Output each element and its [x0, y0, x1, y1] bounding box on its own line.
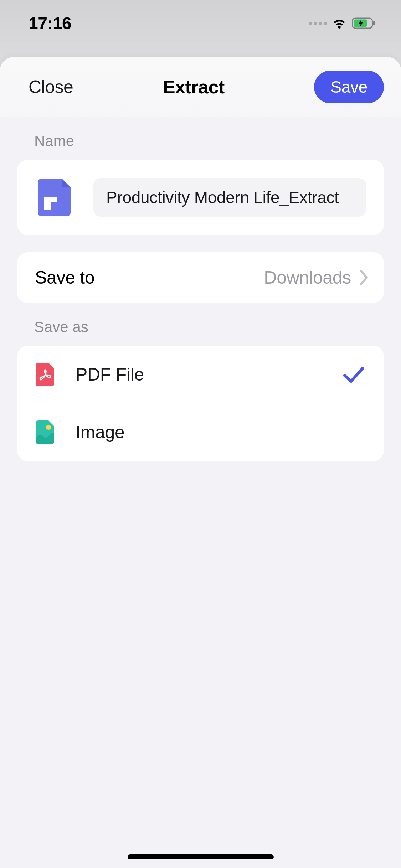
svg-rect-3 [44, 197, 57, 202]
cellular-signal-icon [309, 22, 327, 25]
image-file-icon [34, 420, 56, 445]
wifi-icon [332, 16, 347, 31]
sheet-header: Close Extract Save [0, 57, 401, 117]
status-bar: 17:16 [0, 0, 401, 57]
pdf-file-icon [34, 362, 56, 387]
save-button[interactable]: Save [314, 71, 384, 103]
save-as-section-label: Save as [17, 303, 384, 346]
file-doc-icon [35, 176, 73, 219]
save-to-row[interactable]: Save to Downloads [17, 252, 384, 303]
svg-rect-4 [44, 202, 51, 210]
save-as-card: PDF File Image [17, 346, 384, 461]
save-to-value: Downloads [264, 267, 351, 288]
checkmark-icon [341, 362, 366, 387]
status-indicators [309, 16, 376, 31]
extract-sheet: Close Extract Save Name Save to Download… [0, 57, 401, 868]
svg-point-5 [46, 425, 51, 430]
battery-charging-icon [352, 17, 376, 29]
sheet-title: Extract [163, 76, 225, 98]
format-pdf-label: PDF File [76, 364, 321, 385]
close-button[interactable]: Close [29, 77, 73, 97]
save-to-label: Save to [35, 267, 94, 288]
home-indicator[interactable] [128, 854, 274, 859]
name-card [17, 160, 384, 235]
name-section-label: Name [17, 117, 384, 160]
chevron-right-icon [360, 270, 369, 285]
format-image-label: Image [76, 422, 366, 443]
format-image-row[interactable]: Image [17, 403, 384, 461]
format-pdf-row[interactable]: PDF File [17, 346, 384, 403]
status-time: 17:16 [29, 14, 71, 33]
file-name-input[interactable] [93, 178, 366, 217]
svg-rect-2 [373, 21, 375, 25]
